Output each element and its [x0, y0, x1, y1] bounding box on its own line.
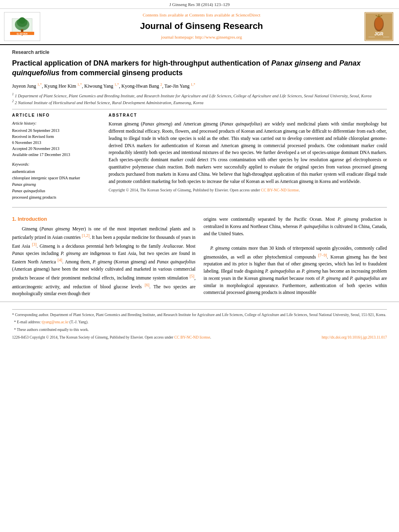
divider-1: [12, 109, 387, 109]
footer-bottom: 1226-8453 Copyright © 2014, The Korean S…: [12, 335, 387, 340]
main-body: 1. Introduction Ginseng (Panax ginseng M…: [0, 210, 399, 302]
intro-paragraph-3: P. ginseng contains more than 30 kinds o…: [204, 245, 387, 297]
article-history: Article history: Received 26 September 2…: [12, 121, 101, 158]
cc-license-footer: CC BY-NC-ND license: [174, 335, 210, 339]
page-wrapper: J Ginseng Res 38 (2014) 123–129 ELSEVIER: [0, 0, 399, 342]
citation-text: J Ginseng Res 38 (2014) 123–129: [169, 2, 230, 7]
article-title: Practical application of DNA markers for…: [12, 58, 387, 78]
jgr-logo-icon: JGR: [364, 12, 393, 41]
sciencedirect-link: Contents lists available at Contents lis…: [44, 12, 359, 18]
svg-point-11: [375, 17, 383, 30]
history-revised-date: 6 November 2013: [12, 140, 101, 146]
section-name: Introduction: [18, 216, 47, 222]
journal-center: Contents lists available at Contents lis…: [40, 12, 363, 41]
cc-license-link[interactable]: CC BY-NC-ND license: [261, 188, 299, 192]
history-received: Received 26 September 2013: [12, 127, 101, 134]
keyword-3: Panax ginseng: [12, 181, 101, 188]
authors-line: Juyeon Jung 1,*, Kyung Hee Kim 1,*, Kiwo…: [12, 82, 387, 90]
affiliations: 1 1 Department of Plant Science, Plant G…: [12, 92, 387, 106]
doi-link[interactable]: http://dx.doi.org/10.1016/j.jgr.2013.11.…: [322, 335, 387, 339]
jgr-logo-box: JGR: [364, 12, 393, 41]
corresponding-note: * Corresponding author. Department of Pl…: [12, 312, 387, 318]
citation-bar: J Ginseng Res 38 (2014) 123–129: [0, 0, 399, 9]
svg-text:ELSEVIER: ELSEVIER: [16, 33, 27, 35]
jgr-logo-container: JGR: [363, 12, 395, 41]
sciencedirect-name: Contents lists available at ScienceDirec…: [189, 12, 260, 17]
footer-divider: [12, 309, 387, 310]
journal-homepage: journal homepage: http://www.ginsengres.…: [44, 34, 359, 40]
keyword-5: processed ginseng products: [12, 194, 101, 201]
introduction-title: 1. Introduction: [12, 216, 195, 223]
keywords-label: Keywords:: [12, 162, 101, 167]
intro-paragraph-1: Ginseng (Panax ginseng Meyer) is one of …: [12, 226, 195, 298]
footer: * Corresponding author. Department of Pl…: [0, 302, 399, 342]
elsevier-tree-icon: ELSEVIER: [8, 16, 36, 37]
history-label: Article history:: [12, 121, 101, 126]
affiliation-1: 1 Department of Plant Science, Plant Gen…: [15, 93, 372, 98]
section-number: 1.: [12, 216, 16, 222]
article-section: Research article Practical application o…: [0, 45, 399, 205]
email-link[interactable]: tjyang@snu.ac.kr: [42, 320, 69, 324]
abstract-text: Korean ginseng (Panax ginseng) and Ameri…: [109, 121, 387, 185]
body-left-column: 1. Introduction Ginseng (Panax ginseng M…: [12, 216, 195, 298]
article-info-column: ARTICLE INFO Article history: Received 2…: [12, 113, 101, 201]
history-revised-label: Received in Revised form: [12, 134, 101, 140]
keyword-1: authentication: [12, 168, 101, 175]
doi-info: http://dx.doi.org/10.1016/j.jgr.2013.11.…: [322, 335, 387, 340]
affiliation-2: 2 National Institute of Horticultural an…: [15, 100, 204, 105]
cite-1-2: [1,2]: [82, 233, 90, 238]
cite-3: [3]: [32, 242, 37, 246]
history-accepted: Accepted 20 November 2013: [12, 146, 101, 152]
issn-info: 1226-8453 Copyright © 2014, The Korean S…: [12, 335, 211, 340]
svg-text:JGR: JGR: [374, 31, 384, 36]
svg-point-4: [19, 17, 25, 24]
history-online: Available online 17 December 2013: [12, 152, 101, 158]
cite-4: [4]: [58, 258, 62, 262]
homepage-label: journal homepage: http://www.ginsengres.…: [161, 35, 242, 39]
info-abstract-section: ARTICLE INFO Article history: Received 2…: [12, 113, 387, 201]
elsevier-logo: ELSEVIER: [4, 12, 40, 41]
keywords-section: Keywords: authentication chloroplast int…: [12, 162, 101, 201]
body-right-column: origins were continentally separated by …: [204, 216, 387, 298]
abstract-column: ABSTRACT Korean ginseng (Panax ginseng) …: [109, 113, 387, 201]
journal-header: ELSEVIER Contents lists available at Con…: [0, 9, 399, 45]
cite-6: [6]: [145, 283, 150, 287]
journal-title: Journal of Ginseng Research: [44, 20, 359, 33]
abstract-header: ABSTRACT: [109, 113, 387, 118]
copyright-line: Copyright © 2014, The Korean Society of …: [109, 187, 387, 193]
article-category: Research article: [12, 49, 387, 56]
keyword-2: chloroplast intergenic spacer DNA marker: [12, 175, 101, 181]
email-note: * E-mail address: tjyang@snu.ac.kr (T.-J…: [12, 319, 387, 325]
sciencedirect-prefix: Contents lists available at: [143, 12, 189, 17]
divider-2: [12, 207, 387, 207]
cite-5: [5]: [189, 274, 194, 278]
keyword-4: Panax quinquefolius: [12, 188, 101, 194]
equal-contribution-note: * These authors contributed equally to t…: [12, 327, 387, 333]
cite-7-9: [7–9]: [318, 253, 327, 257]
article-info-header: ARTICLE INFO: [12, 113, 101, 118]
intro-paragraph-2: origins were continentally separated by …: [204, 216, 387, 237]
